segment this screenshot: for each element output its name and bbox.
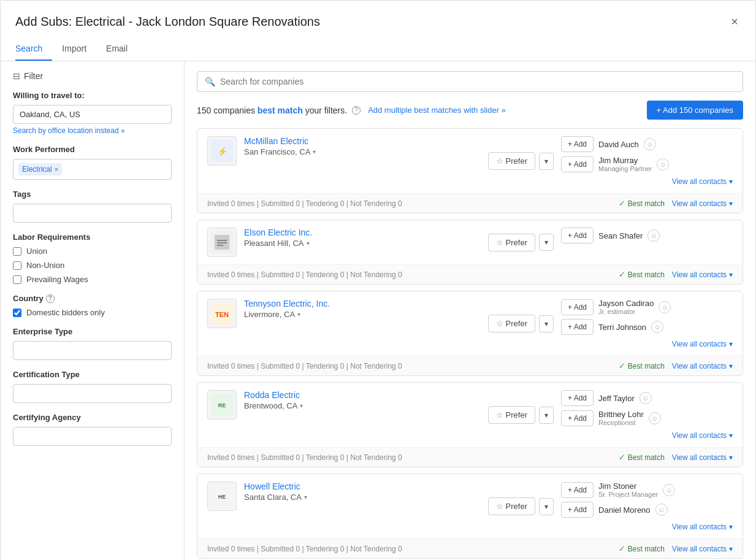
company-name-4[interactable]: Rodda Electric: [244, 390, 300, 400]
card-footer-1: Invited 0 times | Submitted 0 | Tenderin…: [197, 193, 743, 213]
company-location-5: Santa Clara, CA ▾: [244, 493, 481, 502]
contact-smiley-4-0[interactable]: ☺: [640, 392, 652, 404]
results-info-icon[interactable]: ?: [352, 106, 361, 115]
results-count: 150 companies best match your filters.: [197, 105, 347, 115]
prefer-button-1[interactable]: ☆ Prefer: [488, 152, 535, 170]
sidebar: ⊟ Filter Willing to travel to: Search by…: [1, 61, 185, 560]
card-actions-2: ☆ Prefer ▾: [488, 228, 554, 257]
add-contact-button-4-1[interactable]: + Add: [561, 410, 594, 426]
best-match-text[interactable]: best match: [258, 105, 303, 115]
company-location-3: Livermore, CA ▾: [244, 310, 481, 319]
add-contact-button-2-0[interactable]: + Add: [561, 228, 594, 244]
view-all-label-5: View all contacts: [672, 523, 727, 531]
work-performed-label: Work Performed: [13, 145, 172, 154]
contact-smiley-5-1[interactable]: ☺: [655, 504, 668, 516]
country-info-icon[interactable]: ?: [46, 294, 55, 303]
prefer-star-icon-4: ☆: [496, 410, 503, 420]
card-footer-4: Invited 0 times | Submitted 0 | Tenderin…: [197, 447, 743, 467]
add-contact-button-5-1[interactable]: + Add: [561, 502, 594, 518]
prefer-dropdown-4[interactable]: ▾: [539, 407, 554, 424]
prefer-dropdown-2[interactable]: ▾: [539, 234, 554, 251]
office-location-link[interactable]: Search by office location instead »: [13, 126, 125, 135]
search-input[interactable]: [220, 77, 735, 86]
contact-row-5-1: + Add Daniel Moreno ☺: [561, 502, 733, 518]
tag-remove-electrical[interactable]: ×: [55, 166, 58, 173]
view-all-contacts-button-4[interactable]: View all contacts ▾: [672, 431, 733, 440]
close-button[interactable]: ×: [728, 13, 741, 30]
prefer-dropdown-5[interactable]: ▾: [539, 498, 554, 515]
contact-title-5-0: Sr. Project Manager: [598, 491, 658, 498]
contact-info-3-0: Jayson Cadirao Jr. estimator: [598, 299, 654, 315]
view-all-contacts-button-3[interactable]: View all contacts ▾: [672, 340, 733, 348]
contact-name-5-1: Daniel Moreno: [598, 505, 651, 515]
contact-smiley-4-1[interactable]: ☺: [649, 412, 661, 424]
results-bar: 150 companies best match your filters. ?…: [197, 101, 743, 120]
footer-right-1: ✓ Best match View all contacts ▾: [619, 199, 733, 208]
view-all-contacts-footer-button-1[interactable]: View all contacts ▾: [672, 199, 733, 208]
view-all-contacts-button-2[interactable]: View all contacts ▾: [672, 270, 733, 279]
tab-email[interactable]: Email: [106, 37, 137, 61]
contact-smiley-2-0[interactable]: ☺: [647, 229, 660, 242]
company-name-5[interactable]: Howell Electric: [244, 481, 300, 491]
contact-row-3-0: + Add Jayson Cadirao Jr. estimator ☺: [561, 299, 733, 315]
add-contact-button-3-0[interactable]: + Add: [561, 299, 594, 315]
contact-smiley-3-1[interactable]: ☺: [651, 321, 663, 333]
tab-import[interactable]: Import: [62, 37, 96, 61]
location-chevron-4[interactable]: ▾: [300, 402, 303, 409]
view-all-contacts-button-5[interactable]: View all contacts ▾: [672, 523, 733, 531]
prefer-dropdown-1[interactable]: ▾: [539, 153, 554, 170]
contact-title-4-1: Receptionist: [598, 419, 644, 426]
prefer-button-2[interactable]: ☆ Prefer: [488, 234, 535, 251]
company-info-2: Elson Electric Inc. Pleasant Hill, CA ▾: [244, 228, 481, 257]
contact-smiley-5-0[interactable]: ☺: [663, 484, 675, 496]
company-name-3[interactable]: Tennyson Electric, Inc.: [244, 299, 330, 309]
view-all-chevron-3: ▾: [729, 340, 733, 348]
location-chevron-2[interactable]: ▾: [307, 240, 310, 247]
location-chevron-1[interactable]: ▾: [313, 148, 316, 155]
company-name-2[interactable]: Elson Electric Inc.: [244, 228, 312, 237]
contact-smiley-3-0[interactable]: ☺: [659, 301, 671, 313]
search-bar: 🔍: [197, 71, 743, 92]
add-contact-button-1-0[interactable]: + Add: [561, 136, 594, 152]
slider-link[interactable]: Add multiple best matches with slider »: [368, 105, 506, 115]
location-text-4: Brentwood, CA: [244, 401, 297, 410]
add-contact-button-1-1[interactable]: + Add: [561, 156, 594, 172]
union-checkbox[interactable]: [13, 247, 21, 256]
view-all-contacts-footer-button-3[interactable]: View all contacts ▾: [672, 362, 733, 370]
prefer-dropdown-3[interactable]: ▾: [539, 315, 554, 332]
cert-agency-input[interactable]: [13, 427, 172, 446]
domestic-only-checkbox[interactable]: [13, 309, 21, 317]
view-all-contacts-footer-button-5[interactable]: View all contacts ▾: [672, 545, 733, 553]
add-contact-button-3-1[interactable]: + Add: [561, 319, 594, 335]
contacts-section-4: + Add Jeff Taylor ☺ + Add Brittney Lohr …: [561, 390, 733, 440]
enterprise-type-input[interactable]: [13, 341, 172, 360]
view-all-contacts-footer-button-4[interactable]: View all contacts ▾: [672, 453, 733, 462]
union-row: Union: [13, 247, 172, 256]
location-chevron-5[interactable]: ▾: [304, 494, 307, 501]
prefer-label-4: Prefer: [506, 410, 527, 420]
tags-label: Tags: [13, 190, 172, 199]
contact-name-1-1: Jim Murray: [598, 156, 652, 165]
prefer-button-3[interactable]: ☆ Prefer: [488, 315, 535, 332]
cert-type-input[interactable]: [13, 384, 172, 403]
modal-title: Add Subs: Electrical - Jack London Squar…: [15, 15, 320, 29]
non-union-checkbox[interactable]: [13, 261, 21, 270]
contact-smiley-1-0[interactable]: ☺: [644, 138, 656, 150]
contact-row-1-0: + Add David Auch ☺: [561, 136, 733, 152]
prefer-button-5[interactable]: ☆ Prefer: [488, 497, 535, 515]
tab-search[interactable]: Search: [15, 37, 52, 61]
add-contact-button-4-0[interactable]: + Add: [561, 390, 594, 406]
contact-smiley-1-1[interactable]: ☺: [657, 158, 669, 171]
tags-input[interactable]: [13, 204, 172, 223]
prefer-button-4[interactable]: ☆ Prefer: [488, 406, 535, 424]
location-chevron-3[interactable]: ▾: [297, 311, 300, 318]
footer-right-3: ✓ Best match View all contacts ▾: [619, 361, 733, 370]
view-all-contacts-button-1[interactable]: View all contacts ▾: [672, 177, 733, 186]
prefer-star-icon-5: ☆: [496, 502, 503, 511]
travel-input[interactable]: [13, 105, 172, 124]
company-name-1[interactable]: McMillan Electric: [244, 136, 308, 146]
company-info-3: Tennyson Electric, Inc. Livermore, CA ▾: [244, 299, 481, 348]
add-contact-button-5-0[interactable]: + Add: [561, 482, 594, 498]
prevailing-wages-checkbox[interactable]: [13, 275, 21, 284]
add-all-button[interactable]: + Add 150 companies: [647, 101, 743, 120]
